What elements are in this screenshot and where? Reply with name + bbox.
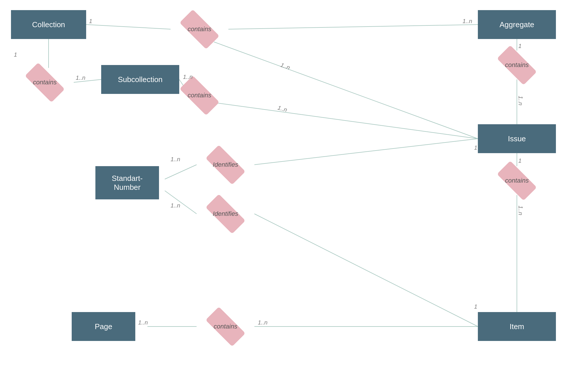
diamond-contains-top: contains bbox=[171, 15, 228, 44]
card-collection-down: 1 bbox=[14, 51, 17, 58]
card-id-top-issue: 1 bbox=[474, 144, 477, 151]
entity-page: Page bbox=[72, 312, 135, 341]
card-aggregate-down: 1 bbox=[518, 43, 522, 49]
entity-issue: Issue bbox=[478, 124, 556, 153]
card-collection-contains-top: 1 bbox=[89, 18, 92, 25]
card-sub-issue: 1..n bbox=[277, 104, 288, 113]
card-issue-down: 1 bbox=[518, 157, 522, 164]
diamond-identifies-bottom: Identifies bbox=[197, 199, 254, 228]
entity-item: Item bbox=[478, 312, 556, 341]
svg-line-9 bbox=[165, 165, 197, 179]
card-contains-issue-item: 1..n bbox=[517, 206, 524, 215]
svg-line-1 bbox=[228, 25, 478, 29]
svg-line-10 bbox=[254, 139, 478, 165]
card-page-contains: 1..n bbox=[138, 319, 148, 326]
card-std-id-bot: 1..n bbox=[171, 202, 180, 209]
card-top-diagonal: 1..n bbox=[280, 62, 291, 71]
diamond-contains-bottom: contains bbox=[197, 312, 254, 341]
diamond-contains-sub: contains bbox=[171, 81, 228, 110]
diamond-contains-left: contains bbox=[16, 68, 74, 97]
card-contains-item: 1..n bbox=[258, 319, 267, 326]
diamond-identifies-top: Identifies bbox=[197, 150, 254, 179]
diamond-contains-aggregate: contains bbox=[488, 51, 546, 79]
card-contains-agg-issue: 1..n bbox=[517, 96, 524, 105]
card-id-bot-item: 1 bbox=[474, 303, 477, 310]
entity-standart-number: Standart-Number bbox=[95, 166, 159, 199]
diamond-contains-issue: contains bbox=[488, 166, 546, 195]
card-sub-contains: 1..n bbox=[183, 74, 193, 80]
svg-line-8 bbox=[214, 103, 478, 139]
entity-collection: Collection bbox=[11, 10, 86, 39]
card-std-id-top: 1..n bbox=[171, 156, 180, 163]
entity-subcollection: Subcollection bbox=[101, 65, 179, 94]
svg-line-6 bbox=[214, 42, 478, 139]
svg-line-13 bbox=[165, 191, 197, 214]
card-contains-left-sub: 1..n bbox=[76, 75, 85, 81]
er-diagram: Collection Aggregate Subcollection Issue… bbox=[0, 0, 588, 371]
entity-aggregate: Aggregate bbox=[478, 10, 556, 39]
svg-line-0 bbox=[86, 25, 171, 29]
svg-line-14 bbox=[254, 214, 478, 327]
card-contains-top-aggregate: 1..n bbox=[463, 18, 472, 25]
